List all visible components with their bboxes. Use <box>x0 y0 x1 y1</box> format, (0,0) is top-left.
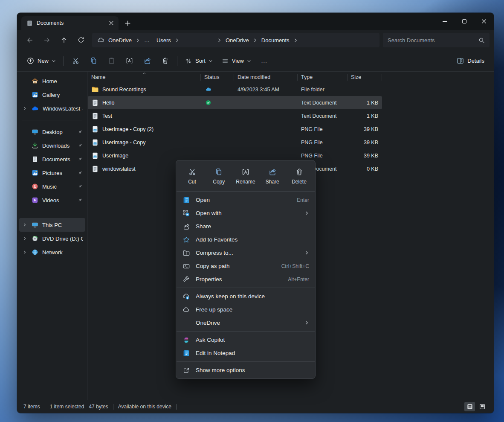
sort-button[interactable]: Sort <box>181 53 217 69</box>
address-bar-row: OneDrive … Users OneDrive Documents Sear… <box>17 30 494 50</box>
more-options-button[interactable]: … <box>256 53 273 69</box>
file-name: Test <box>102 113 112 119</box>
file-row-hello-selected[interactable]: Hello Text Document 1 KB <box>88 96 382 109</box>
document-icon <box>26 20 33 26</box>
sidebar-item-downloads[interactable]: Downloads <box>19 139 85 152</box>
sidebar-item-videos[interactable]: Videos <box>19 193 85 207</box>
breadcrumb-overflow-button[interactable]: … <box>141 36 153 45</box>
file-explorer-window: Documents On <box>17 13 494 413</box>
sidebar-item-dvd-drive[interactable]: DVD Drive (D:) CCC <box>19 232 85 245</box>
status-separator <box>176 404 177 410</box>
breadcrumb[interactable]: OneDrive … Users OneDrive Documents <box>92 33 379 47</box>
context-delete-button[interactable]: Delete <box>287 165 312 187</box>
sidebar-item-label: Downloads <box>42 143 73 149</box>
file-row-userimage-copy[interactable]: UserImage - Copy PNG File 39 KB <box>88 136 382 149</box>
refresh-button[interactable] <box>72 32 90 48</box>
file-row-test[interactable]: Test Text Document 1 KB <box>88 109 382 122</box>
back-button[interactable] <box>21 32 38 48</box>
sort-ascending-caret-icon <box>142 72 146 75</box>
menu-item-open-with[interactable]: Open with <box>176 207 315 220</box>
details-pane-button[interactable]: Details <box>452 53 488 69</box>
sidebar-item-home[interactable]: Home <box>19 74 85 88</box>
rename-button[interactable] <box>121 53 138 69</box>
sidebar-item-onedrive-windowslatest[interactable]: WindowsLatest - Pe <box>19 102 85 115</box>
context-rename-button[interactable]: Rename <box>233 165 258 187</box>
sidebar-item-documents[interactable]: Documents <box>19 152 85 166</box>
context-cut-button[interactable]: Cut <box>180 165 205 187</box>
maximize-button[interactable] <box>455 13 474 30</box>
this-pc-icon <box>32 221 38 228</box>
menu-item-properties[interactable]: Properties Alt+Enter <box>176 273 315 286</box>
context-copy-button[interactable]: Copy <box>206 165 232 187</box>
sidebar-item-gallery[interactable]: Gallery <box>19 88 85 102</box>
menu-item-edit-in-notepad[interactable]: Edit in Notepad <box>176 346 315 360</box>
menu-item-add-to-favorites[interactable]: Add to Favorites <box>176 233 315 246</box>
maximize-icon <box>462 19 466 23</box>
up-button[interactable] <box>55 32 72 48</box>
file-name: Hello <box>102 100 115 106</box>
menu-item-share[interactable]: Share <box>176 220 315 233</box>
search-input[interactable]: Search Documents <box>383 33 490 47</box>
submenu-chevron-icon <box>304 211 309 215</box>
context-share-button[interactable]: Share <box>260 165 285 187</box>
chevron-right-icon[interactable] <box>136 38 140 43</box>
arrow-left-icon <box>26 36 34 44</box>
menu-item-copy-as-path[interactable]: Copy as path Ctrl+Shift+C <box>176 259 315 273</box>
paste-icon <box>107 57 116 65</box>
cut-button[interactable] <box>67 53 84 69</box>
minimize-button[interactable] <box>435 13 455 30</box>
view-button[interactable]: View <box>217 53 255 69</box>
new-button[interactable]: New <box>23 53 60 69</box>
share-icon <box>268 168 277 176</box>
menu-item-onedrive[interactable]: OneDrive <box>176 316 315 329</box>
close-button[interactable] <box>474 13 494 30</box>
sidebar-item-music[interactable]: Music <box>19 180 85 193</box>
delete-button[interactable] <box>156 53 174 69</box>
sidebar-item-this-pc[interactable]: This PC <box>19 218 85 232</box>
chevron-down-icon <box>247 59 251 63</box>
column-header-date-modified[interactable]: Date modified <box>234 72 298 83</box>
search-placeholder: Search Documents <box>388 37 475 44</box>
pin-icon <box>77 157 83 162</box>
column-header-name[interactable]: Name <box>88 72 201 83</box>
tab-documents[interactable]: Documents <box>21 16 119 30</box>
menu-item-always-keep-on-device[interactable]: Always keep on this device <box>176 290 315 303</box>
details-view-toggle[interactable] <box>464 402 475 411</box>
new-tab-button[interactable] <box>121 17 134 29</box>
forward-button[interactable] <box>38 32 55 48</box>
availability-status: Available on this device <box>118 404 171 410</box>
items-count: 7 items <box>23 404 40 410</box>
open-with-icon <box>182 209 190 217</box>
tab-strip: Documents <box>17 13 494 30</box>
window-controls <box>435 13 494 30</box>
large-thumbnails-view-toggle[interactable] <box>477 402 487 411</box>
command-toolbar: New Sort View <box>17 50 494 72</box>
dvd-drive-icon <box>32 235 38 242</box>
arrow-right-icon <box>43 36 51 44</box>
breadcrumb-segment-onedrive-root[interactable]: OneDrive <box>105 36 135 45</box>
tab-close-button[interactable] <box>107 19 115 27</box>
menu-item-ask-copilot[interactable]: Ask Copilot <box>176 333 315 346</box>
column-header-status[interactable]: Status <box>201 72 234 83</box>
sidebar-item-desktop[interactable]: Desktop <box>19 125 85 139</box>
column-header-size[interactable]: Size <box>348 72 382 83</box>
file-row-userimage-copy-2[interactable]: UserImage - Copy (2) PNG File 39 KB <box>88 122 382 136</box>
breadcrumb-segment-onedrive[interactable]: OneDrive <box>223 36 252 45</box>
sidebar-item-pictures[interactable]: Pictures <box>19 166 85 180</box>
sidebar-item-network[interactable]: Network <box>19 245 85 259</box>
menu-item-free-up-space[interactable]: Free up space <box>176 303 315 316</box>
submenu-chevron-icon <box>304 250 309 255</box>
chevron-right-icon <box>23 236 27 241</box>
trash-icon <box>295 168 304 176</box>
breadcrumb-segment-users[interactable]: Users <box>154 36 174 45</box>
menu-item-show-more-options[interactable]: Show more options <box>176 364 315 377</box>
menu-item-open[interactable]: Open Enter <box>176 193 315 207</box>
copy-button[interactable] <box>85 53 102 69</box>
column-header-type[interactable]: Type <box>298 72 348 83</box>
menu-item-compress-to[interactable]: Compress to... <box>176 246 315 259</box>
view-lines-icon <box>221 57 229 65</box>
paste-button[interactable] <box>103 53 120 69</box>
file-row-sound-recordings[interactable]: Sound Recordings 4/9/2023 3:45 AM File f… <box>88 83 382 96</box>
share-button[interactable] <box>139 53 156 69</box>
breadcrumb-segment-documents[interactable]: Documents <box>258 36 293 45</box>
